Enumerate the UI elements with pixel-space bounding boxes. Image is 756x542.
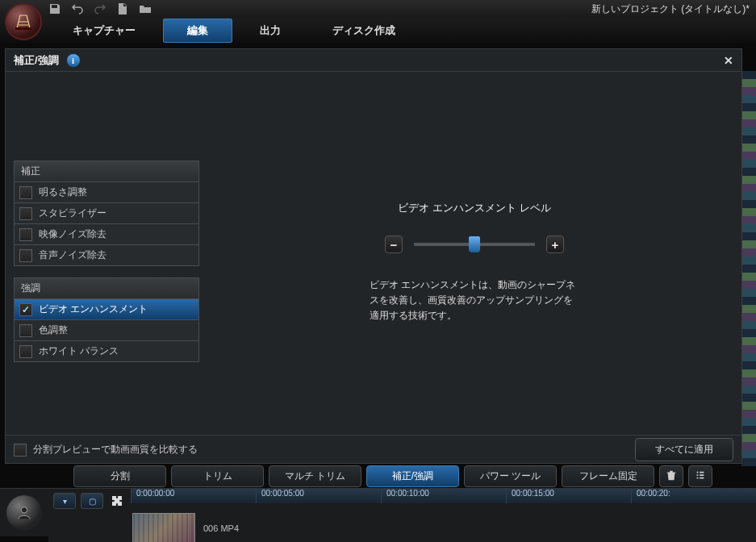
checkbox-icon[interactable] bbox=[19, 249, 32, 262]
clip-thumbnail[interactable] bbox=[132, 513, 195, 542]
save-icon[interactable] bbox=[48, 2, 61, 15]
checkbox-icon[interactable] bbox=[19, 228, 32, 241]
fix-stabilizer[interactable]: スタビライザー bbox=[14, 202, 199, 224]
slider-thumb[interactable] bbox=[469, 236, 480, 252]
enhance-video-enhancement[interactable]: ビデオ エンハンスメント bbox=[14, 298, 199, 320]
enhance-white-balance[interactable]: ホワイト バランス bbox=[14, 340, 199, 362]
slider-track[interactable] bbox=[414, 243, 535, 246]
timeline-tool-1[interactable]: ▾ bbox=[53, 493, 76, 509]
tab-capture[interactable]: キャプチャー bbox=[48, 19, 160, 43]
new-file-icon[interactable] bbox=[116, 2, 129, 15]
close-icon[interactable]: ✕ bbox=[724, 54, 733, 67]
ruler-tick: 00:00:05:00 bbox=[256, 489, 381, 503]
app-logo[interactable] bbox=[5, 3, 42, 40]
panel-title: 補正/強調 bbox=[14, 53, 59, 68]
project-title: 新しいプロジェクト (タイトルなし)* bbox=[591, 2, 750, 16]
fix-audio-denoise[interactable]: 音声ノイズ除去 bbox=[14, 244, 199, 266]
checkbox-icon[interactable] bbox=[19, 324, 32, 337]
fix-enhance-panel: 補正/強調 i ✕ 補正 明るさ調整 スタビライザー 映像ノイズ除去 音声ノイズ… bbox=[5, 48, 742, 464]
timeline-tool-2[interactable]: ▢ bbox=[81, 493, 103, 509]
checkbox-icon[interactable] bbox=[19, 345, 32, 358]
fix-group-header: 補正 bbox=[14, 161, 199, 182]
enhance-color-adjust[interactable]: 色調整 bbox=[14, 319, 199, 341]
right-edge-strip bbox=[741, 71, 756, 466]
tab-edit[interactable]: 編集 bbox=[163, 19, 232, 43]
ruler-tick: 0:00:00:00 bbox=[131, 489, 256, 503]
checkbox-icon[interactable] bbox=[19, 186, 32, 199]
ruler-tick: 00:00:15:00 bbox=[506, 489, 631, 503]
split-preview-label: 分割プレビューで動画画質を比較する bbox=[33, 443, 198, 457]
fix-group: 補正 明るさ調整 スタビライザー 映像ノイズ除去 音声ノイズ除去 bbox=[14, 161, 199, 266]
open-folder-icon[interactable] bbox=[139, 2, 152, 15]
clip-menu-button[interactable] bbox=[688, 465, 712, 487]
clip-trim-button[interactable]: トリム bbox=[171, 465, 264, 487]
checkbox-icon[interactable] bbox=[19, 207, 32, 220]
fix-video-denoise[interactable]: 映像ノイズ除去 bbox=[14, 223, 199, 245]
checkbox-icon[interactable] bbox=[14, 444, 27, 457]
clip-multi-trim-button[interactable]: マルチ トリム bbox=[269, 465, 361, 487]
tab-output[interactable]: 出力 bbox=[236, 19, 305, 43]
puzzle-icon[interactable] bbox=[108, 492, 126, 510]
undo-icon[interactable] bbox=[71, 2, 84, 15]
timeline-avatar[interactable] bbox=[6, 495, 42, 531]
fix-brightness[interactable]: 明るさ調整 bbox=[14, 181, 199, 203]
slider-description: ビデオ エンハンスメントは、動画のシャープネスを改善し、画質改善のアップサンプリ… bbox=[370, 277, 579, 324]
enhance-group-header: 強調 bbox=[14, 277, 199, 299]
split-preview-checkbox[interactable]: 分割プレビューで動画画質を比較する bbox=[14, 443, 198, 457]
enhance-group: 強調 ビデオ エンハンスメント 色調整 ホワイト バランス bbox=[14, 277, 199, 362]
slider-title: ビデオ エンハンスメント レベル bbox=[248, 201, 701, 215]
clip-frame-freeze-button[interactable]: フレーム固定 bbox=[562, 465, 654, 487]
slider-plus-button[interactable]: + bbox=[546, 236, 564, 253]
svg-rect-0 bbox=[15, 27, 31, 30]
clip-filename: 006 MP4 bbox=[203, 523, 239, 533]
clip-power-tool-button[interactable]: パワー ツール bbox=[464, 465, 557, 487]
clip-fix-enhance-button[interactable]: 補正/強調 bbox=[366, 465, 459, 487]
apply-all-button[interactable]: すべてに適用 bbox=[635, 438, 733, 461]
ruler-tick: 00:00:10:00 bbox=[381, 489, 506, 503]
checkbox-icon[interactable] bbox=[19, 303, 32, 316]
delete-clip-button[interactable] bbox=[659, 465, 683, 487]
clip-split-button[interactable]: 分割 bbox=[73, 465, 166, 487]
redo-icon[interactable] bbox=[94, 2, 107, 15]
slider-minus-button[interactable]: − bbox=[385, 236, 403, 253]
info-icon[interactable]: i bbox=[67, 54, 80, 67]
ruler-tick: 00:00:20: bbox=[631, 489, 756, 503]
tab-disc[interactable]: ディスク作成 bbox=[308, 19, 420, 43]
